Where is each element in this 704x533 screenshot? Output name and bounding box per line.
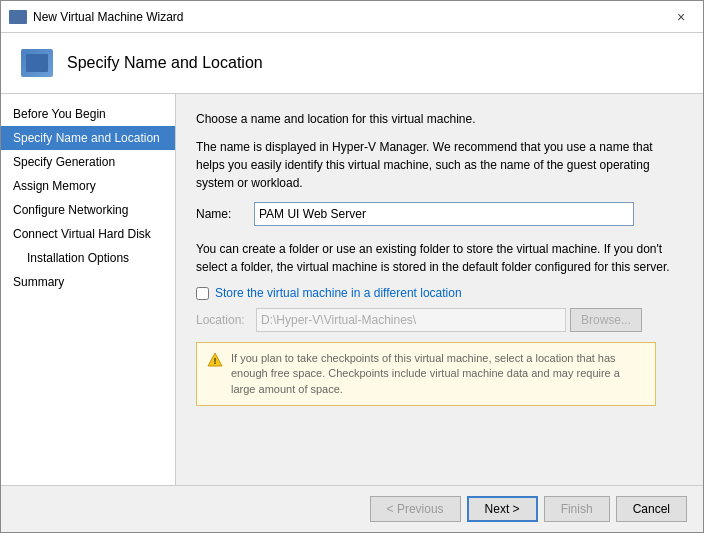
title-bar-icon bbox=[9, 10, 27, 24]
sidebar-item-configure-networking[interactable]: Configure Networking bbox=[1, 198, 175, 222]
name-row: Name: bbox=[196, 202, 683, 226]
name-label: Name: bbox=[196, 207, 246, 221]
title-bar: New Virtual Machine Wizard × bbox=[1, 1, 703, 33]
header-icon bbox=[21, 49, 53, 77]
title-bar-text: New Virtual Machine Wizard bbox=[33, 10, 667, 24]
main-content: Choose a name and location for this virt… bbox=[176, 94, 703, 485]
sidebar-item-assign-memory[interactable]: Assign Memory bbox=[1, 174, 175, 198]
cancel-button[interactable]: Cancel bbox=[616, 496, 687, 522]
previous-button[interactable]: < Previous bbox=[370, 496, 461, 522]
page-title: Specify Name and Location bbox=[67, 54, 263, 72]
sidebar-item-installation-options[interactable]: Installation Options bbox=[1, 246, 175, 270]
content-area: Before You Begin Specify Name and Locati… bbox=[1, 94, 703, 485]
location-input[interactable] bbox=[256, 308, 566, 332]
location-label: Location: bbox=[196, 313, 250, 327]
sidebar: Before You Begin Specify Name and Locati… bbox=[1, 94, 176, 485]
sidebar-item-specify-generation[interactable]: Specify Generation bbox=[1, 150, 175, 174]
warning-icon: ! bbox=[207, 352, 223, 368]
description-1: Choose a name and location for this virt… bbox=[196, 110, 683, 128]
description-3: You can create a folder or use an existi… bbox=[196, 240, 683, 276]
store-location-checkbox[interactable] bbox=[196, 287, 209, 300]
description-2-text: The name is displayed in Hyper-V Manager… bbox=[196, 140, 653, 190]
close-button[interactable]: × bbox=[667, 3, 695, 31]
footer: < Previous Next > Finish Cancel bbox=[1, 485, 703, 532]
wizard-window: New Virtual Machine Wizard × Specify Nam… bbox=[0, 0, 704, 533]
location-checkbox-row: Store the virtual machine in a different… bbox=[196, 286, 683, 300]
description-2: The name is displayed in Hyper-V Manager… bbox=[196, 138, 683, 192]
browse-button[interactable]: Browse... bbox=[570, 308, 642, 332]
header-section: Specify Name and Location bbox=[1, 33, 703, 94]
svg-text:!: ! bbox=[214, 356, 217, 366]
warning-box: ! If you plan to take checkpoints of thi… bbox=[196, 342, 656, 406]
sidebar-item-before-you-begin[interactable]: Before You Begin bbox=[1, 102, 175, 126]
header-icon-inner bbox=[26, 54, 48, 72]
name-input[interactable] bbox=[254, 202, 634, 226]
sidebar-item-summary[interactable]: Summary bbox=[1, 270, 175, 294]
location-row: Location: Browse... bbox=[196, 308, 683, 332]
warning-text: If you plan to take checkpoints of this … bbox=[231, 351, 645, 397]
finish-button[interactable]: Finish bbox=[544, 496, 610, 522]
store-location-label[interactable]: Store the virtual machine in a different… bbox=[215, 286, 462, 300]
sidebar-item-specify-name[interactable]: Specify Name and Location bbox=[1, 126, 175, 150]
sidebar-item-connect-vhd[interactable]: Connect Virtual Hard Disk bbox=[1, 222, 175, 246]
next-button[interactable]: Next > bbox=[467, 496, 538, 522]
